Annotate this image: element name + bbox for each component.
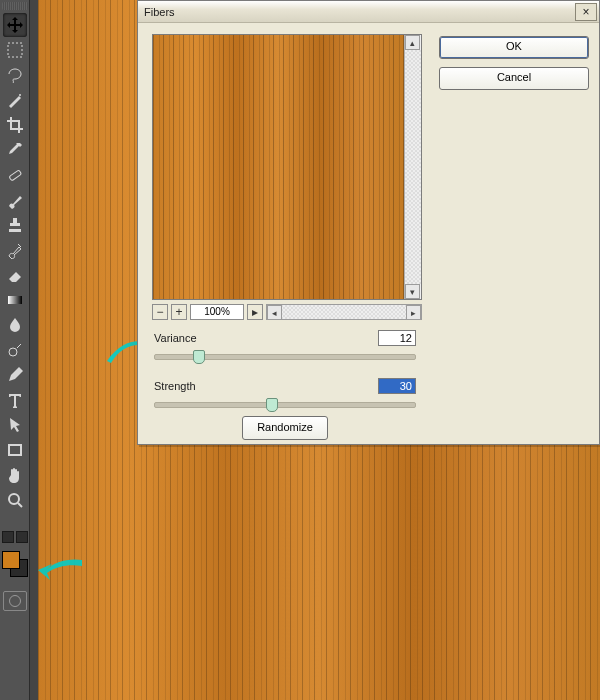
brush-icon <box>6 191 24 209</box>
drop-icon <box>6 316 24 334</box>
cancel-button[interactable]: Cancel <box>439 67 589 90</box>
panel-grip[interactable] <box>2 2 28 10</box>
fibers-dialog: Fibers × ▴ ▾ − + 100% ▸ ◂ <box>137 0 600 445</box>
hand-tool[interactable] <box>3 463 27 487</box>
bandaid-icon <box>6 166 24 184</box>
shape-tool[interactable] <box>3 438 27 462</box>
zoom-menu-button[interactable]: ▸ <box>247 304 263 320</box>
zoom-in-button[interactable]: + <box>171 304 187 320</box>
gradient-icon <box>6 291 24 309</box>
preview-vertical-scrollbar[interactable]: ▴ ▾ <box>404 35 421 299</box>
close-icon: × <box>582 6 589 18</box>
tools-panel <box>0 0 30 700</box>
arrow-icon <box>6 416 24 434</box>
scroll-track-v[interactable] <box>405 50 421 284</box>
marquee-icon <box>6 41 24 59</box>
strength-slider[interactable] <box>154 402 416 408</box>
svg-rect-6 <box>9 445 21 455</box>
svg-rect-2 <box>8 170 21 181</box>
dodge-icon <box>6 341 24 359</box>
variance-slider-thumb[interactable] <box>193 350 205 364</box>
lasso-icon <box>6 66 24 84</box>
type-tool[interactable] <box>3 388 27 412</box>
path-select-tool[interactable] <box>3 413 27 437</box>
eraser-tool[interactable] <box>3 263 27 287</box>
dodge-tool[interactable] <box>3 338 27 362</box>
history-brush-tool[interactable] <box>3 238 27 262</box>
zoom-tool[interactable] <box>3 488 27 512</box>
healing-tool[interactable] <box>3 163 27 187</box>
type-icon <box>6 391 24 409</box>
pen-icon <box>6 366 24 384</box>
svg-rect-0 <box>8 43 22 57</box>
preview-area: ▴ ▾ − + 100% ▸ ◂ ▸ <box>152 34 422 324</box>
scroll-down-button[interactable]: ▾ <box>405 284 420 299</box>
strength-label: Strength <box>154 380 196 392</box>
histbrush-icon <box>6 241 24 259</box>
quick-mask-toggle[interactable] <box>3 591 27 611</box>
filter-preview[interactable] <box>153 35 404 299</box>
quick-select-tool[interactable] <box>3 88 27 112</box>
foreground-color-swatch[interactable] <box>2 551 20 569</box>
lasso-tool[interactable] <box>3 63 27 87</box>
blur-tool[interactable] <box>3 313 27 337</box>
ok-button[interactable]: OK <box>439 36 589 59</box>
eyedropper-tool[interactable] <box>3 138 27 162</box>
brush-tool[interactable] <box>3 188 27 212</box>
variance-input[interactable] <box>378 330 416 346</box>
strength-input[interactable] <box>378 378 416 394</box>
randomize-button[interactable]: Randomize <box>242 416 328 440</box>
strength-slider-thumb[interactable] <box>266 398 278 412</box>
gutter-strip <box>30 0 38 700</box>
variance-label: Variance <box>154 332 197 344</box>
eyedrop-icon <box>6 141 24 159</box>
wand-icon <box>6 91 24 109</box>
gradient-tool[interactable] <box>3 288 27 312</box>
move-icon <box>6 16 24 34</box>
stamp-icon <box>6 216 24 234</box>
dialog-titlebar[interactable]: Fibers × <box>138 1 599 23</box>
preview-horizontal-scrollbar[interactable]: ◂ ▸ <box>266 304 422 320</box>
zoom-icon <box>6 491 24 509</box>
scroll-right-button[interactable]: ▸ <box>406 305 421 320</box>
dialog-title: Fibers <box>144 6 575 18</box>
pen-tool[interactable] <box>3 363 27 387</box>
crop-tool[interactable] <box>3 113 27 137</box>
svg-rect-4 <box>8 296 22 304</box>
scroll-left-button[interactable]: ◂ <box>267 305 282 320</box>
zoom-out-button[interactable]: − <box>152 304 168 320</box>
scroll-track-h[interactable] <box>282 305 406 319</box>
move-tool[interactable] <box>3 13 27 37</box>
hand-icon <box>6 466 24 484</box>
scroll-up-button[interactable]: ▴ <box>405 35 420 50</box>
svg-point-1 <box>19 94 21 96</box>
variance-slider[interactable] <box>154 354 416 360</box>
zoom-level[interactable]: 100% <box>190 304 244 320</box>
marquee-tool[interactable] <box>3 38 27 62</box>
color-swatches[interactable] <box>2 551 28 577</box>
svg-point-5 <box>9 348 17 356</box>
eraser-icon <box>6 266 24 284</box>
rect-icon <box>6 441 24 459</box>
stamp-tool[interactable] <box>3 213 27 237</box>
swap-default-colors[interactable] <box>2 531 28 543</box>
crop-icon <box>6 116 24 134</box>
dialog-close-button[interactable]: × <box>575 3 597 21</box>
svg-point-7 <box>9 494 19 504</box>
